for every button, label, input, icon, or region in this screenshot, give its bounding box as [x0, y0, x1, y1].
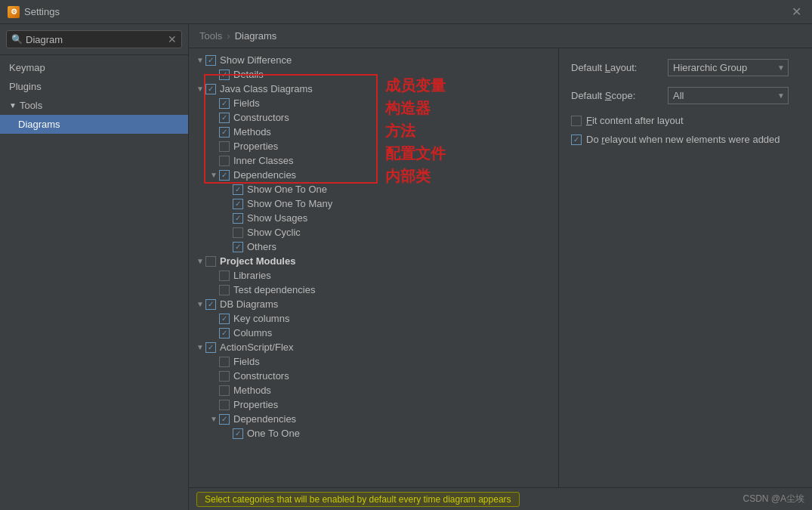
- tree-label: Methods: [233, 385, 271, 396]
- tree-checkbox[interactable]: [233, 199, 243, 209]
- tree-item-as-dependencies[interactable]: ▼Dependencies: [189, 412, 558, 426]
- search-icon: 🔍: [11, 34, 23, 45]
- tree-item-as-methods[interactable]: Methods: [189, 383, 558, 397]
- tree-checkbox[interactable]: [205, 256, 216, 267]
- tree-item-inner-classes[interactable]: Inner Classes: [189, 153, 558, 168]
- tree-checkbox[interactable]: [219, 314, 230, 324]
- tree-item-key-columns[interactable]: Key columns: [189, 311, 558, 326]
- default-scope-select[interactable]: All Project Module: [668, 87, 789, 104]
- tools-label: Tools: [20, 100, 42, 111]
- tree-checkbox[interactable]: [219, 98, 230, 109]
- tree-item-show-usages[interactable]: Show Usages: [189, 211, 558, 225]
- tree-checkbox[interactable]: [233, 242, 243, 252]
- tree-checkbox[interactable]: [219, 285, 230, 295]
- fit-content-checkbox[interactable]: [571, 116, 582, 126]
- tree-label: Show Usages: [247, 212, 307, 224]
- tree-label: Dependencies: [233, 413, 296, 425]
- tree-checkbox[interactable]: [219, 328, 230, 338]
- tree-label: Java Class Diagrams: [220, 83, 313, 94]
- tree-item-test-dep[interactable]: Test dependencies: [189, 283, 558, 297]
- tree-arrow: ▼: [195, 343, 205, 351]
- sidebar: 🔍 ✕ Keymap Plugins ▼ Tools Diagrams: [0, 24, 189, 510]
- tree-checkbox[interactable]: [219, 170, 230, 181]
- tree-item-dependencies[interactable]: ▼Dependencies: [189, 168, 558, 182]
- breadcrumb: Tools › Diagrams: [189, 24, 812, 48]
- default-layout-select[interactable]: Hierarchic Group Organic Circular Tree: [668, 59, 789, 76]
- tree-label: Show Cyclic: [247, 227, 301, 238]
- content-area: Tools › Diagrams 成员变量 构造器 方法 配置文件 内部类 ▼S…: [189, 24, 812, 510]
- tree-label: One To One: [247, 428, 300, 439]
- tree-checkbox[interactable]: [219, 70, 230, 80]
- tree-item-details[interactable]: Details: [189, 67, 558, 82]
- tree-checkbox[interactable]: [219, 385, 230, 396]
- tree-item-project-modules[interactable]: ▼Project Modules: [189, 254, 558, 268]
- bottom-bar: Select categories that will be enabled b…: [189, 487, 812, 510]
- tree-arrow: ▼: [208, 415, 219, 423]
- tree-checkbox[interactable]: [233, 184, 243, 195]
- sidebar-item-diagrams[interactable]: Diagrams: [0, 115, 188, 134]
- default-layout-select-wrap[interactable]: Hierarchic Group Organic Circular Tree ▼: [668, 59, 789, 76]
- tree-label: Inner Classes: [233, 155, 293, 166]
- tree-item-as-one-to-one[interactable]: One To One: [189, 426, 558, 440]
- tree-checkbox[interactable]: [205, 299, 216, 310]
- tree-item-others[interactable]: Others: [189, 240, 558, 254]
- tree-checkbox[interactable]: [205, 342, 216, 353]
- tree-label: Show One To Many: [247, 198, 332, 209]
- tree-item-as-constructors[interactable]: Constructors: [189, 369, 558, 383]
- tree-checkbox[interactable]: [219, 270, 230, 281]
- sidebar-item-plugins[interactable]: Plugins: [0, 77, 188, 96]
- tree-item-show-diff[interactable]: ▼Show Difference: [189, 53, 558, 67]
- sidebar-item-keymap[interactable]: Keymap: [0, 58, 188, 77]
- default-scope-row: Default Scope: All Project Module ▼: [571, 87, 800, 104]
- close-button[interactable]: ✕: [789, 5, 804, 20]
- tree-item-libraries[interactable]: Libraries: [189, 268, 558, 283]
- tree-item-constructors[interactable]: Constructors: [189, 110, 558, 125]
- search-input[interactable]: [26, 34, 165, 45]
- default-layout-row: Default Layout: Hierarchic Group Organic…: [571, 59, 800, 76]
- sidebar-item-tools[interactable]: ▼ Tools: [0, 96, 188, 115]
- main-layout: 🔍 ✕ Keymap Plugins ▼ Tools Diagrams Tool…: [0, 24, 812, 510]
- tree-label: Properties: [233, 399, 278, 410]
- tree-label: Constructors: [233, 112, 289, 123]
- tree-item-java-class[interactable]: ▼Java Class Diagrams: [189, 82, 558, 96]
- tree-label: ActionScript/Flex: [220, 342, 294, 353]
- tree-label: Fields: [233, 356, 260, 367]
- search-wrap[interactable]: 🔍 ✕: [6, 30, 182, 48]
- tree-checkbox[interactable]: [205, 84, 216, 94]
- breadcrumb-diagrams: Diagrams: [235, 30, 277, 42]
- fit-content-label: Fit content after layout: [586, 115, 684, 126]
- tree-item-as-flex[interactable]: ▼ActionScript/Flex: [189, 340, 558, 354]
- tree-item-columns[interactable]: Columns: [189, 326, 558, 340]
- tree-label: Methods: [233, 126, 271, 138]
- tree-checkbox[interactable]: [219, 414, 230, 425]
- tree-item-methods[interactable]: Methods: [189, 125, 558, 139]
- clear-search-icon[interactable]: ✕: [168, 33, 177, 45]
- relayout-checkbox[interactable]: [571, 134, 582, 145]
- tree-checkbox[interactable]: [205, 55, 216, 66]
- tree-item-db-diagrams[interactable]: ▼DB Diagrams: [189, 297, 558, 311]
- app-icon: ⚙: [8, 6, 20, 18]
- tree-item-as-fields[interactable]: Fields: [189, 354, 558, 369]
- tree-item-fields[interactable]: Fields: [189, 96, 558, 110]
- csdn-badge: CSDN @A尘埃: [743, 493, 804, 505]
- tree-item-as-properties[interactable]: Properties: [189, 397, 558, 412]
- tree-checkbox[interactable]: [233, 428, 243, 439]
- tree-checkbox[interactable]: [233, 227, 243, 238]
- tree-item-properties[interactable]: Properties: [189, 139, 558, 153]
- default-scope-select-wrap[interactable]: All Project Module ▼: [668, 87, 789, 104]
- default-layout-label: Default Layout:: [571, 62, 662, 73]
- tree-checkbox[interactable]: [219, 400, 230, 410]
- tree-item-show-cyclic[interactable]: Show Cyclic: [189, 225, 558, 240]
- tree-checkbox[interactable]: [219, 127, 230, 138]
- tree-checkbox[interactable]: [219, 371, 230, 382]
- tree-arrow: ▼: [195, 56, 205, 64]
- tree-checkbox[interactable]: [219, 113, 230, 123]
- tree-label: DB Diagrams: [220, 298, 278, 310]
- tree-checkbox[interactable]: [219, 156, 230, 166]
- tree-item-show-one-to-many[interactable]: Show One To Many: [189, 196, 558, 211]
- tree-item-show-one-to-one[interactable]: Show One To One: [189, 182, 558, 196]
- tree-label: Dependencies: [233, 169, 296, 181]
- tree-checkbox[interactable]: [219, 357, 230, 367]
- tree-checkbox[interactable]: [219, 141, 230, 152]
- tree-checkbox[interactable]: [233, 213, 243, 224]
